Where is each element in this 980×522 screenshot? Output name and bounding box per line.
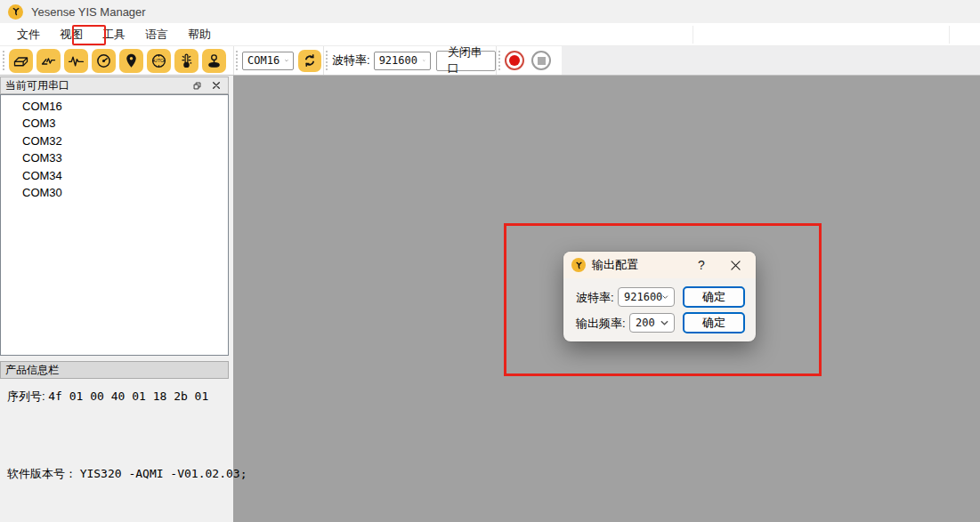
port-list-item[interactable]: COM3 — [1, 115, 228, 132]
info-panel-body: 序列号: 4f 01 00 40 01 18 2b 01 软件版本号： YIS3… — [0, 379, 229, 522]
app-logo-icon — [8, 4, 23, 20]
toolbar-break-line — [692, 26, 693, 44]
port-list-item[interactable]: COM34 — [1, 167, 228, 184]
dialog-frequency-label: 输出频率: — [576, 316, 626, 332]
dialog-baud-select[interactable]: 921600 — [618, 287, 675, 307]
serial-number-value: 4f 01 00 40 01 18 2b 01 — [48, 389, 208, 403]
info-panel-title: 产品信息栏 — [5, 363, 59, 378]
window-title: Yesense YIS Manager — [31, 5, 146, 19]
toolbar-separator — [323, 46, 324, 75]
refresh-ports-button[interactable] — [298, 50, 321, 72]
baud-rate-label: 波特率: — [332, 52, 370, 68]
dialog-baud-label: 波特率: — [576, 290, 614, 306]
dialog-baud-ok-button[interactable]: 确定 — [683, 286, 745, 308]
port-list-item[interactable]: COM32 — [1, 133, 228, 149]
toolbar: UTC — [0, 46, 980, 76]
toolbar-separator — [496, 46, 497, 75]
angle-wave-view-button[interactable] — [36, 49, 61, 73]
menu-bar: 文件 视图 工具 语言 帮助 — [0, 23, 980, 46]
chevron-down-icon — [285, 58, 288, 63]
menu-item-help[interactable]: 帮助 — [178, 24, 221, 45]
thermometer-view-button[interactable] — [174, 49, 198, 73]
dialog-frequency-ok-button[interactable]: 确定 — [683, 312, 745, 333]
close-icon — [731, 261, 741, 270]
toolbar-drag-handle[interactable] — [498, 51, 500, 70]
port-list-item[interactable]: COM16 — [1, 98, 228, 115]
cube-3d-view-button[interactable] — [9, 49, 33, 73]
output-config-dialog: 输出配置 ? 波特率: 921600 确定 输出频率: 200 确定 — [563, 252, 756, 341]
dialog-title: 输出配置 — [592, 257, 638, 273]
gauge-view-button[interactable] — [92, 49, 116, 73]
ports-panel-header: 当前可用串口 — [0, 76, 229, 94]
baud-rate-select[interactable]: 921600 — [374, 52, 431, 70]
location-pin-view-button[interactable] — [119, 49, 143, 73]
toolbar-port-segment: COM16 — [233, 46, 323, 75]
toolbar-separator — [233, 46, 234, 75]
title-bar: Yesense YIS Manager — [0, 0, 980, 23]
toolbar-drag-handle[interactable] — [3, 51, 4, 70]
port-select[interactable]: COM16 — [242, 52, 294, 70]
menu-item-file[interactable]: 文件 — [7, 24, 50, 45]
stop-icon — [538, 57, 546, 65]
serial-number-line: 序列号: 4f 01 00 40 01 18 2b 01 — [7, 389, 208, 405]
menu-item-language[interactable]: 语言 — [135, 24, 178, 45]
port-select-value: COM16 — [247, 54, 279, 67]
software-version-line: 软件版本号： YIS320 -AQMI -V01.02.03; — [7, 466, 247, 482]
dock-splitter[interactable] — [229, 76, 233, 522]
record-icon — [509, 55, 520, 66]
port-list-item[interactable]: COM33 — [1, 149, 228, 166]
toolbar-record-segment — [496, 46, 562, 75]
toolbar-drag-handle[interactable] — [326, 51, 328, 70]
ports-panel-title: 当前可用串口 — [5, 78, 69, 93]
stop-button[interactable] — [531, 51, 551, 70]
serial-number-label: 序列号: — [7, 389, 45, 403]
close-panel-button[interactable] — [208, 78, 224, 92]
utc-clock-view-button[interactable]: UTC — [147, 49, 171, 73]
info-panel-header: 产品信息栏 — [0, 361, 229, 379]
toolbar-drag-handle[interactable] — [236, 51, 238, 70]
software-version-value: YIS320 -AQMI -V01.02.03; — [80, 467, 247, 480]
chevron-down-icon — [423, 58, 425, 63]
chevron-down-icon — [660, 320, 668, 325]
close-serial-port-button[interactable]: 关闭串口 — [436, 51, 496, 71]
joystick-view-button[interactable] — [202, 49, 226, 73]
dialog-help-button[interactable]: ? — [692, 255, 711, 275]
toolbar-break-line — [949, 26, 950, 44]
dialog-close-button[interactable] — [724, 255, 747, 275]
dialog-logo-icon — [571, 258, 586, 272]
toolbar-views-segment: UTC — [0, 46, 233, 75]
app-window: Yesense YIS Manager 文件 视图 工具 语言 帮助 — [0, 0, 980, 522]
software-version-label: 软件版本号： — [7, 467, 77, 480]
menu-item-view[interactable]: 视图 — [50, 24, 93, 45]
pulse-wave-view-button[interactable] — [64, 49, 88, 73]
svg-text:UTC: UTC — [154, 58, 164, 63]
port-list-item[interactable]: COM30 — [1, 184, 228, 201]
dialog-frequency-select[interactable]: 200 — [629, 313, 675, 333]
menu-item-tools[interactable]: 工具 — [93, 24, 135, 45]
dialog-baud-value: 921600 — [624, 291, 662, 303]
baud-rate-value: 921600 — [379, 54, 417, 67]
record-button[interactable] — [505, 51, 524, 70]
float-panel-button[interactable] — [189, 78, 205, 92]
ports-list: COM16 COM3 COM32 COM33 COM34 COM30 — [0, 94, 229, 356]
chevron-down-icon — [662, 294, 668, 300]
toolbar-baud-segment: 波特率: 921600 关闭串口 — [323, 46, 496, 75]
dialog-frequency-value: 200 — [636, 317, 655, 329]
